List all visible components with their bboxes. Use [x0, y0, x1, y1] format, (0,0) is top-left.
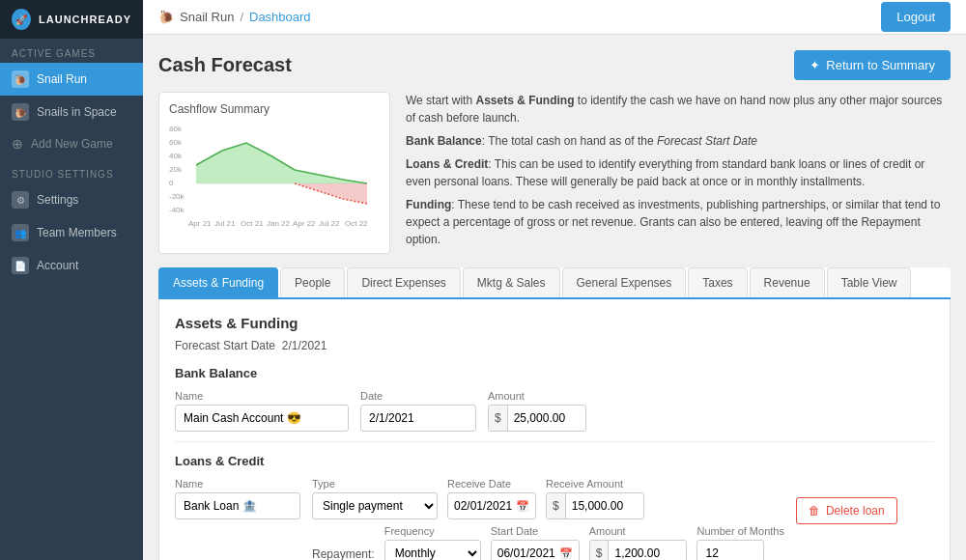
info-p2-label: Bank Balance	[406, 134, 482, 148]
svg-marker-9	[295, 183, 367, 204]
return-btn-label: Return to Summary	[826, 58, 935, 72]
bank-amount-input[interactable]	[508, 406, 585, 431]
breadcrumb-snail-run: Snail Run	[180, 10, 234, 24]
loan-name-input[interactable]	[175, 492, 300, 519]
loan-name-group: Name	[175, 478, 300, 519]
sidebar-item-snails-in-space[interactable]: 🐌 Snails in Space	[0, 96, 143, 128]
svg-text:0: 0	[169, 179, 174, 187]
sidebar-item-settings[interactable]: ⚙ Settings	[0, 183, 143, 216]
loan-receive-amount-input[interactable]	[566, 493, 643, 518]
tab-revenue[interactable]: Revenue	[750, 267, 825, 297]
bank-name-field: Name	[175, 390, 349, 432]
info-p3-label: Loans & Credit	[406, 157, 488, 171]
game-icon-2: 🐌	[12, 103, 29, 121]
bank-balance-row: Name Date Amount $	[175, 390, 934, 432]
info-p2-italic: Forecast Start Date	[657, 134, 757, 148]
account-icon: 📄	[12, 257, 29, 274]
svg-text:40k: 40k	[169, 152, 183, 160]
panel-title: Assets & Funding	[175, 315, 934, 331]
info-p4: Funding: These tend to be cash received …	[406, 196, 951, 248]
loan-receive-date-wrap: 02/01/2021 📅	[447, 492, 536, 519]
loan-name-label: Name	[175, 478, 300, 490]
tabs: Assets & Funding People Direct Expenses …	[158, 267, 951, 299]
svg-text:80k: 80k	[169, 125, 183, 133]
loan-type-field: Type Single payment Installments	[312, 478, 438, 519]
tab-mktg-sales[interactable]: Mktg & Sales	[463, 267, 560, 297]
tab-general-expenses[interactable]: General Expenses	[562, 267, 687, 297]
frequency-label: Frequency	[384, 525, 481, 537]
logout-label: Logout	[896, 10, 935, 24]
calendar-icon[interactable]: 📅	[516, 500, 529, 513]
bank-amount-field: Amount $	[488, 390, 586, 432]
frequency-select[interactable]: Monthly Quarterly Annually	[384, 540, 481, 560]
breadcrumb-separator: /	[240, 10, 243, 24]
receive-date-value: 02/01/2021	[454, 499, 512, 513]
sidebar-item-snail-run[interactable]: 🐌 Snail Run	[0, 63, 143, 96]
info-p2-text: : The total cash on hand as of the	[482, 134, 657, 148]
logo-area: 🚀 LAUNCHREADY	[0, 0, 143, 39]
info-text: We start with Assets & Funding to identi…	[406, 92, 951, 254]
bank-date-input[interactable]	[360, 405, 476, 432]
main-content: 🐌 Snail Run / Dashboard Logout Cash Fore…	[143, 0, 966, 560]
cashflow-chart: 80k 60k 40k 20k 0 -20k -40k	[169, 122, 372, 228]
loans-section: Loans & Credit Name Type Singl	[175, 441, 934, 560]
tab-assets-funding[interactable]: Assets & Funding	[158, 267, 278, 297]
sidebar-item-account[interactable]: 📄 Account	[0, 249, 143, 282]
chart-area: 80k 60k 40k 20k 0 -20k -40k	[169, 122, 372, 228]
svg-text:Jan 22: Jan 22	[267, 219, 291, 228]
start-calendar-icon[interactable]: 📅	[559, 547, 573, 560]
svg-text:20k: 20k	[169, 165, 183, 174]
sidebar-item-team-label: Team Members	[37, 226, 117, 239]
game-icon: 🐌	[12, 70, 29, 88]
loan-type-select[interactable]: Single payment Installments	[312, 492, 438, 519]
sidebar: 🚀 LAUNCHREADY ACTIVE GAMES 🐌 Snail Run 🐌…	[0, 0, 143, 560]
delete-loan-button[interactable]: 🗑 Delete loan	[796, 497, 897, 524]
frequency-field: Frequency Monthly Quarterly Annually	[384, 525, 481, 560]
start-date-wrap: 06/01/2021 📅	[491, 540, 580, 560]
loans-row: Name Type Single payment Installments	[175, 478, 934, 560]
topbar: 🐌 Snail Run / Dashboard Logout	[143, 0, 966, 35]
breadcrumb: 🐌 Snail Run / Dashboard	[158, 10, 311, 24]
info-p1-bold: Assets & Funding	[475, 94, 574, 107]
repay-amount-prefix: $	[590, 541, 610, 560]
bank-name-label: Name	[175, 390, 349, 402]
num-months-field: Number of Months	[696, 525, 783, 560]
loan-receive-amount-field: Receive Amount $	[546, 478, 644, 519]
return-to-summary-button[interactable]: ✦ Return to Summary	[794, 50, 951, 80]
sidebar-item-account-label: Account	[37, 259, 78, 272]
bank-balance-title: Bank Balance	[175, 366, 934, 380]
add-new-game[interactable]: ⊕ Add New Game	[0, 128, 143, 159]
sidebar-item-team-members[interactable]: 👥 Team Members	[0, 216, 143, 249]
bank-date-label: Date	[360, 390, 476, 402]
tab-taxes[interactable]: Taxes	[688, 267, 747, 297]
repay-amount-input[interactable]	[609, 541, 686, 560]
loan-receive-date-label: Receive Date	[447, 478, 536, 490]
receive-amount-prefix: $	[547, 493, 566, 518]
forecast-date-value: 2/1/2021	[282, 339, 327, 352]
tab-table-view[interactable]: Table View	[827, 267, 912, 297]
loan-top-row: Type Single payment Installments Receive…	[312, 478, 784, 519]
num-months-label: Number of Months	[696, 525, 783, 537]
team-icon: 👥	[12, 224, 29, 241]
tab-people[interactable]: People	[280, 267, 345, 297]
bank-amount-wrap: $	[488, 405, 586, 432]
sidebar-item-label-2: Snails in Space	[37, 105, 117, 119]
logout-button[interactable]: Logout	[881, 2, 951, 32]
bank-name-input[interactable]	[175, 405, 349, 432]
plus-icon: ⊕	[12, 136, 23, 152]
cashflow-title: Cashflow Summary	[169, 102, 380, 116]
cashflow-card: Cashflow Summary 80k 60k 40k 20k 0 -20k …	[158, 92, 390, 254]
panel: Assets & Funding Forecast Start Date 2/1…	[158, 299, 951, 560]
add-game-label: Add New Game	[31, 137, 113, 151]
loan-receive-amount-wrap: $	[546, 492, 644, 519]
breadcrumb-dashboard[interactable]: Dashboard	[249, 10, 311, 24]
repay-amount-field: Amount $	[589, 525, 688, 560]
tab-direct-expenses[interactable]: Direct Expenses	[347, 267, 460, 297]
start-date-label: Start Date	[491, 525, 580, 537]
info-p1: We start with Assets & Funding to identi…	[406, 92, 951, 126]
repayment-row: Repayment: Frequency Monthly Quarterly A…	[312, 525, 784, 560]
num-months-input[interactable]	[696, 540, 764, 560]
forecast-date: Forecast Start Date 2/1/2021	[175, 339, 934, 352]
return-icon: ✦	[810, 58, 820, 72]
svg-text:Oct 21: Oct 21	[241, 219, 264, 228]
